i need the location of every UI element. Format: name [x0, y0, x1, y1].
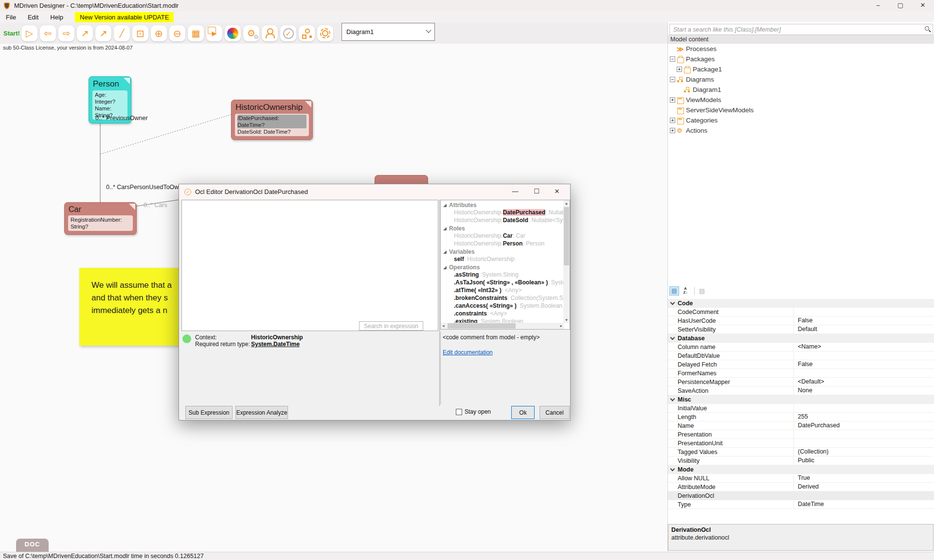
- tree-item-package1[interactable]: Package1: [668, 64, 934, 74]
- property-row[interactable]: Allow NULL True: [668, 474, 934, 483]
- property-row[interactable]: PersistenceMapper <Default>: [668, 378, 934, 386]
- tree-item-diagrams[interactable]: Diagrams: [668, 74, 934, 85]
- property-value[interactable]: DateTime: [793, 500, 934, 508]
- close-button[interactable]: ✕: [912, 0, 934, 11]
- scrollbar-thumb[interactable]: [564, 207, 569, 265]
- search-in-expression-input[interactable]: [359, 321, 423, 331]
- property-value[interactable]: [793, 334, 934, 342]
- ocl-suggestion-tree[interactable]: Attributes HistoricOwnership.DatePurchas…: [440, 200, 570, 330]
- property-value[interactable]: Public: [793, 456, 934, 465]
- menu-update-notice[interactable]: New Version available UPDATE: [75, 12, 174, 22]
- tree-expander-icon[interactable]: [677, 67, 682, 72]
- property-value[interactable]: [793, 369, 934, 377]
- scroll-up-icon[interactable]: ▲: [563, 201, 570, 206]
- property-row[interactable]: Length 255: [668, 413, 934, 421]
- toolbar-button[interactable]: ▦: [188, 25, 204, 41]
- tree-section-operations[interactable]: Operations: [441, 263, 563, 271]
- scrollbar-thumb[interactable]: [448, 323, 516, 329]
- toolbar-button[interactable]: ⊕: [151, 25, 167, 41]
- tree-item-processes[interactable]: Processes: [668, 44, 934, 54]
- tree-expander-icon[interactable]: [670, 56, 675, 62]
- property-row[interactable]: Code: [668, 299, 934, 308]
- stay-open-option[interactable]: Stay open: [456, 408, 491, 415]
- alphabetical-sort-icon[interactable]: AZ↓: [681, 286, 690, 296]
- vertical-scrollbar[interactable]: ▲ ▼: [563, 200, 570, 323]
- property-value[interactable]: False: [793, 360, 934, 368]
- cancel-button[interactable]: Cancel: [539, 406, 570, 419]
- edit-documentation-link[interactable]: Edit documentation: [443, 349, 493, 356]
- toolbar-button[interactable]: ⇨: [58, 25, 74, 41]
- property-row[interactable]: FormerNames: [668, 369, 934, 378]
- suggestion-item[interactable]: HistoricOwnership.Person: Person: [441, 240, 563, 248]
- tree-item-packages[interactable]: Packages: [668, 54, 934, 64]
- property-row[interactable]: HasUserCode False: [668, 316, 934, 325]
- tree-item-serversideviewmodels[interactable]: ServerSideViewModels: [668, 105, 934, 115]
- property-row[interactable]: SaveAction None: [668, 386, 934, 395]
- attribute[interactable]: RegistrationNumber: String?: [71, 216, 130, 230]
- property-row[interactable]: Visibility Public: [668, 456, 934, 465]
- suggestion-item[interactable]: .constraints: <Any>: [441, 310, 563, 318]
- property-value[interactable]: [793, 430, 934, 438]
- property-value[interactable]: True: [793, 474, 934, 482]
- toolbar-button[interactable]: ⇦: [40, 25, 56, 41]
- property-row[interactable]: DefaultDbValue: [668, 351, 934, 360]
- toolbar-button[interactable]: ▷: [21, 25, 37, 41]
- attribute-selected[interactable]: /DatePurchased: DateTime?: [237, 115, 306, 128]
- toolbar-button[interactable]: [262, 25, 278, 41]
- attribute[interactable]: Age: Integer?: [95, 91, 125, 105]
- tree-expander-icon[interactable]: [670, 77, 675, 82]
- class-box-historicownership[interactable]: HistoricOwnership /DatePurchased: DateTi…: [231, 100, 313, 140]
- expression-analyze-button[interactable]: Expression Analyze: [235, 406, 288, 419]
- tree-item-viewmodels[interactable]: ViewModels: [668, 95, 934, 105]
- menu-edit[interactable]: Edit: [22, 12, 44, 22]
- property-row[interactable]: DerivationOcl: [668, 491, 934, 500]
- association-label-cars[interactable]: 0..* Cars: [144, 202, 167, 209]
- dialog-maximize-button[interactable]: ☐: [528, 184, 545, 199]
- property-row[interactable]: InitialValue: [668, 404, 934, 413]
- model-search-input[interactable]: [669, 24, 933, 35]
- property-row[interactable]: Mode: [668, 465, 934, 474]
- suggestion-item[interactable]: .AsTaJson( «String» , «Boolean» ): Syste…: [441, 279, 563, 287]
- sub-expression-button[interactable]: Sub Expression: [185, 406, 233, 419]
- property-row[interactable]: PresentationUnit: [668, 439, 934, 448]
- property-value[interactable]: <Default>: [793, 378, 934, 386]
- minimize-button[interactable]: –: [867, 0, 889, 11]
- scroll-down-icon[interactable]: ▼: [563, 318, 570, 322]
- tree-item-actions[interactable]: Actions: [668, 125, 934, 136]
- doc-tab[interactable]: DOC: [16, 539, 49, 552]
- toolbar-button[interactable]: ⊡: [132, 25, 148, 41]
- attribute[interactable]: DateSold: DateTime?: [237, 128, 306, 135]
- scroll-left-icon[interactable]: ◂: [442, 323, 445, 328]
- horizontal-scrollbar[interactable]: ◂ ▸: [441, 323, 564, 329]
- property-row[interactable]: CodeComment: [668, 308, 934, 316]
- property-value[interactable]: [793, 404, 934, 412]
- tree-section-variables[interactable]: Variables: [441, 248, 563, 256]
- property-row[interactable]: Column name <Name>: [668, 343, 934, 351]
- property-row[interactable]: Delayed Fetch False: [668, 360, 934, 369]
- toolbar-button[interactable]: [225, 25, 241, 41]
- toolbar-button[interactable]: ✓: [280, 25, 296, 41]
- scroll-right-icon[interactable]: ▸: [560, 323, 562, 328]
- toolbar-button[interactable]: ⚙: [243, 25, 259, 41]
- property-row[interactable]: Database: [668, 334, 934, 343]
- toolbar-button[interactable]: [299, 25, 315, 41]
- property-value[interactable]: (Collection): [793, 448, 934, 456]
- suggestion-item[interactable]: .canAccess( «String» ): System.Boolean: [441, 302, 563, 310]
- property-value[interactable]: [793, 308, 934, 316]
- suggestion-item[interactable]: .atTime( «Int32» ): <Any>: [441, 287, 563, 295]
- toolbar-button[interactable]: ⊖: [169, 25, 185, 41]
- suggestion-item[interactable]: HistoricOwnership.DatePurchased: Nullabl…: [441, 209, 563, 217]
- association-label-previousowner[interactable]: 0..* PreviousOwner: [95, 115, 148, 122]
- toolbar-button[interactable]: ↗: [95, 25, 111, 41]
- association-label-carspersonusedtoown[interactable]: 0..* CarsPersonUsedToOwn: [106, 184, 182, 191]
- property-value[interactable]: Default: [793, 325, 934, 333]
- property-row[interactable]: Type DateTime: [668, 500, 934, 509]
- property-row[interactable]: Presentation: [668, 430, 934, 439]
- categorized-view-icon[interactable]: ▤: [669, 286, 679, 296]
- tree-item-categories[interactable]: Categories: [668, 115, 934, 125]
- property-value[interactable]: 255: [793, 413, 934, 421]
- property-value[interactable]: [793, 491, 934, 500]
- dialog-close-button[interactable]: ✕: [549, 184, 565, 199]
- tree-expander-icon[interactable]: [670, 118, 675, 123]
- property-row[interactable]: Misc: [668, 395, 934, 404]
